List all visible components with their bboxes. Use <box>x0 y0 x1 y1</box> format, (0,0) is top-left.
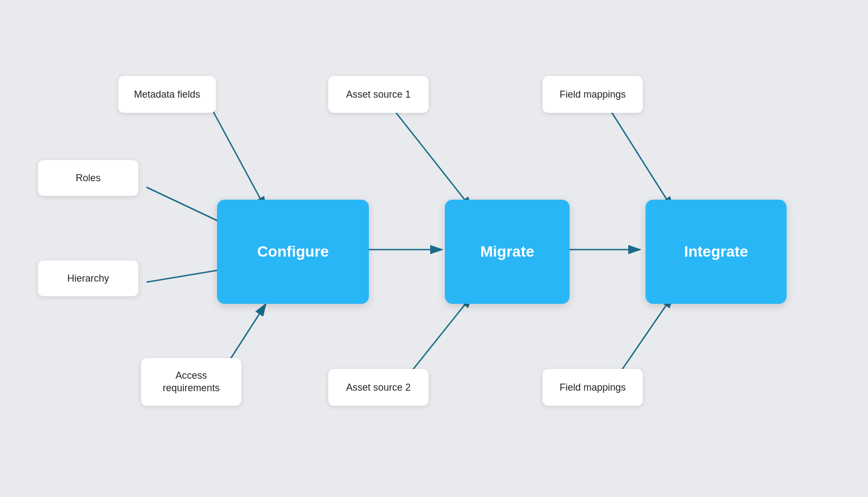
diagram-container: Metadata fields Roles Hierarchy Access r… <box>0 0 868 497</box>
metadata-fields-node: Metadata fields <box>118 76 216 113</box>
access-requirements-node: Access requirements <box>141 358 241 406</box>
field-mappings-1-node: Field mappings <box>542 76 643 113</box>
migrate-node[interactable]: Migrate <box>445 200 570 304</box>
integrate-node[interactable]: Integrate <box>646 200 787 304</box>
asset-source-2-node: Asset source 2 <box>328 369 429 406</box>
hierarchy-node: Hierarchy <box>38 260 138 296</box>
asset-source-1-node: Asset source 1 <box>328 76 429 113</box>
svg-line-8 <box>608 106 673 209</box>
svg-line-0 <box>212 109 266 209</box>
svg-line-5 <box>391 106 472 209</box>
configure-node[interactable]: Configure <box>217 200 369 304</box>
field-mappings-2-node: Field mappings <box>542 369 643 406</box>
roles-node: Roles <box>38 160 138 196</box>
